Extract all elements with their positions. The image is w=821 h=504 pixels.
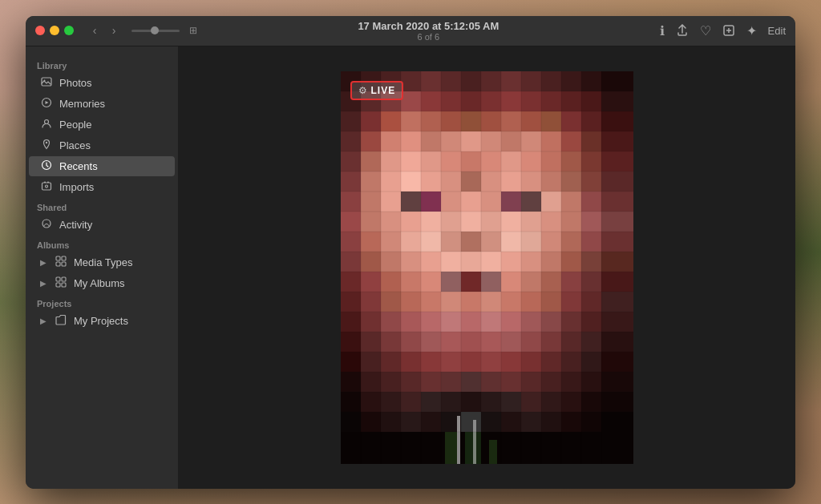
svg-rect-157 xyxy=(581,252,601,272)
svg-rect-199 xyxy=(581,312,601,332)
sidebar-item-recents[interactable]: Recents xyxy=(29,156,175,176)
edit-button[interactable]: Edit xyxy=(768,25,786,37)
adjust-icon[interactable]: ✦ xyxy=(746,23,757,38)
sidebar-item-places[interactable]: Places xyxy=(29,135,175,155)
slider-thumb xyxy=(151,26,159,34)
back-button[interactable]: ‹ xyxy=(87,22,103,38)
titlebar: ‹ › ⊞ 17 March 2020 at 5:12:05 AM 6 of 6… xyxy=(26,16,795,46)
svg-rect-244 xyxy=(361,392,381,412)
svg-rect-193 xyxy=(461,312,481,332)
svg-rect-233 xyxy=(421,372,441,392)
svg-rect-138 xyxy=(481,232,501,252)
photos-label: Photos xyxy=(59,77,91,89)
sidebar: Library Photos Memories People xyxy=(26,46,178,489)
imports-icon xyxy=(40,180,53,194)
svg-rect-152 xyxy=(481,252,501,272)
svg-rect-134 xyxy=(401,232,421,252)
share-icon[interactable] xyxy=(676,24,689,37)
svg-rect-155 xyxy=(541,252,561,272)
svg-rect-127 xyxy=(541,212,561,232)
svg-rect-219 xyxy=(421,352,441,372)
svg-rect-133 xyxy=(381,232,401,252)
my-projects-label: My Projects xyxy=(74,315,128,327)
svg-rect-186 xyxy=(601,292,633,312)
svg-rect-106 xyxy=(401,192,421,212)
svg-rect-230 xyxy=(361,372,381,392)
people-icon xyxy=(40,118,53,131)
maximize-button[interactable] xyxy=(64,26,74,35)
svg-rect-221 xyxy=(461,352,481,372)
svg-rect-53 xyxy=(461,111,481,131)
svg-rect-113 xyxy=(541,192,561,212)
svg-rect-261 xyxy=(421,412,441,432)
svg-rect-55 xyxy=(501,111,521,131)
sidebar-item-people[interactable]: People xyxy=(29,115,175,135)
my-albums-icon xyxy=(55,276,67,290)
svg-rect-83 xyxy=(501,151,521,171)
media-types-label: Media Types xyxy=(74,256,132,268)
svg-rect-150 xyxy=(441,252,461,272)
svg-rect-142 xyxy=(561,232,581,252)
sidebar-item-photos[interactable]: Photos xyxy=(29,73,175,93)
svg-rect-147 xyxy=(381,252,401,272)
svg-rect-245 xyxy=(381,392,401,412)
main-window: ‹ › ⊞ 17 March 2020 at 5:12:05 AM 6 of 6… xyxy=(26,16,795,489)
svg-rect-120 xyxy=(401,212,421,232)
close-button[interactable] xyxy=(35,26,45,35)
titlebar-right: ℹ ♡ ✦ Edit xyxy=(660,23,786,38)
live-badge[interactable]: ⚙ LIVE xyxy=(350,81,404,100)
svg-rect-39 xyxy=(461,91,481,111)
shared-section-label: Shared xyxy=(26,198,178,214)
sidebar-item-my-albums[interactable]: ▶ My Albums xyxy=(29,273,175,293)
svg-rect-28 xyxy=(521,71,541,91)
svg-rect-74 xyxy=(601,131,633,151)
svg-rect-161 xyxy=(381,272,401,292)
sidebar-item-media-types[interactable]: ▶ Media Types xyxy=(29,252,175,272)
svg-rect-66 xyxy=(441,131,461,151)
info-icon[interactable]: ℹ xyxy=(660,23,665,38)
svg-rect-137 xyxy=(461,232,481,252)
projects-section-label: Projects xyxy=(26,294,178,310)
svg-rect-205 xyxy=(421,332,441,352)
zoom-slider[interactable] xyxy=(131,30,180,32)
svg-rect-173 xyxy=(341,292,361,312)
svg-rect-202 xyxy=(361,332,381,352)
svg-rect-26 xyxy=(481,71,501,91)
svg-rect-38 xyxy=(441,91,461,111)
svg-rect-182 xyxy=(521,292,541,312)
svg-rect-108 xyxy=(441,192,461,212)
svg-rect-234 xyxy=(441,372,461,392)
svg-rect-7 xyxy=(42,183,51,190)
svg-rect-95 xyxy=(461,171,481,192)
svg-rect-195 xyxy=(501,312,521,332)
svg-rect-187 xyxy=(341,312,361,332)
svg-rect-264 xyxy=(481,412,501,432)
svg-rect-126 xyxy=(521,212,541,232)
svg-rect-61 xyxy=(341,131,361,151)
favorite-icon[interactable]: ♡ xyxy=(700,23,711,38)
svg-rect-252 xyxy=(521,392,541,412)
svg-rect-93 xyxy=(421,171,441,192)
svg-rect-80 xyxy=(441,151,461,171)
sidebar-item-memories[interactable]: Memories xyxy=(29,94,175,114)
imports-label: Imports xyxy=(59,181,94,193)
svg-rect-31 xyxy=(581,71,601,91)
rotate-icon[interactable] xyxy=(722,24,735,37)
svg-rect-179 xyxy=(461,292,481,312)
svg-rect-27 xyxy=(501,71,521,91)
main-content: Library Photos Memories People xyxy=(26,46,795,489)
sidebar-item-activity[interactable]: Activity xyxy=(29,215,175,235)
svg-rect-153 xyxy=(501,252,521,272)
svg-rect-185 xyxy=(581,292,601,312)
svg-rect-99 xyxy=(541,171,561,192)
minimize-button[interactable] xyxy=(50,26,59,35)
sidebar-item-my-projects[interactable]: ▶ My Projects xyxy=(29,311,175,331)
svg-rect-201 xyxy=(341,332,361,352)
forward-button[interactable]: › xyxy=(106,22,122,38)
svg-rect-84 xyxy=(521,151,541,171)
svg-rect-91 xyxy=(381,171,401,192)
svg-rect-188 xyxy=(361,312,381,332)
sidebar-item-imports[interactable]: Imports xyxy=(29,177,175,197)
svg-rect-166 xyxy=(481,272,501,292)
svg-rect-243 xyxy=(341,392,361,412)
